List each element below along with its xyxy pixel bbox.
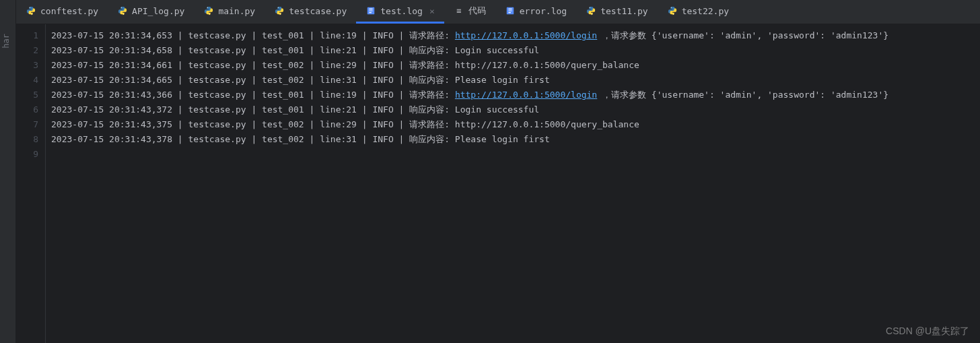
log-file-icon [365,5,376,16]
line-number[interactable]: 7 [16,117,38,132]
url-link[interactable]: http://127.0.0.1:5000/login [455,90,597,100]
log-line: 2023-07-15 20:31:43,375 | testcase.py | … [51,117,980,132]
line-number[interactable]: 5 [16,88,38,102]
python-icon [203,5,214,16]
log-line [51,147,980,162]
tab-label: testcase.py [289,6,347,16]
url-link[interactable]: http://127.0.0.1:5000/login [455,30,597,40]
svg-point-2 [121,7,122,8]
close-icon[interactable]: × [429,6,435,16]
python-icon [274,5,285,16]
tab-main-py[interactable]: main.py [194,0,265,24]
log-line: 2023-07-15 20:31:34,661 | testcase.py | … [51,58,980,73]
tab-error-log[interactable]: error.log [495,0,576,24]
tab-label: test.log [380,6,423,16]
svg-point-7 [280,13,281,14]
main-area: conftest.pyAPI_log.pymain.pytestcase.pyt… [16,0,980,343]
python-icon [26,5,36,16]
log-text: 2023-07-15 20:31:43,366 | testcase.py | … [51,90,455,100]
watermark: CSDN @U盘失踪了 [886,325,969,338]
tab-label: 代码 [468,5,486,17]
line-number[interactable]: 6 [16,102,38,117]
log-text: 2023-07-15 20:31:34,665 | testcase.py | … [51,75,550,85]
log-text: 2023-07-15 20:31:43,378 | testcase.py | … [51,134,550,144]
text-file-icon: ≡ [454,6,464,15]
log-text: 2023-07-15 20:31:43,372 | testcase.py | … [51,104,539,115]
tab-label: error.log [520,6,567,16]
log-text: 2023-07-15 20:31:34,661 | testcase.py | … [51,60,639,70]
svg-point-13 [673,13,674,14]
python-icon [667,5,678,16]
line-gutter: 123456789 [16,24,46,343]
log-line: 2023-07-15 20:31:34,658 | testcase.py | … [51,43,980,58]
editor-tabs: conftest.pyAPI_log.pymain.pytestcase.pyt… [16,0,980,24]
svg-point-11 [592,13,592,14]
tab-conftest-py[interactable]: conftest.py [16,0,108,24]
line-number[interactable]: 3 [16,58,38,73]
line-number[interactable]: 9 [16,147,38,162]
tab-testcase-py[interactable]: testcase.py [265,0,356,24]
tab-API_log-py[interactable]: API_log.py [108,0,194,24]
log-text: 2023-07-15 20:31:34,658 | testcase.py | … [51,45,539,55]
svg-point-0 [30,7,30,8]
tab-test11-py[interactable]: test11.py [576,0,657,24]
tab-label: main.py [218,6,255,16]
log-line: 2023-07-15 20:31:34,665 | testcase.py | … [51,73,980,88]
svg-point-1 [32,13,32,14]
editor: 123456789 2023-07-15 20:31:34,653 | test… [16,24,980,343]
log-line: 2023-07-15 20:31:43,372 | testcase.py | … [51,102,980,117]
log-file-icon [505,5,516,16]
sidebar-label: har [1,34,11,49]
python-icon [117,5,128,16]
log-text: ，请求参数 {'username': 'admin', 'password': … [597,30,888,40]
line-number[interactable]: 4 [16,73,38,88]
tab-label: test22.py [682,6,729,16]
python-icon [586,5,596,16]
tab-test22-py[interactable]: test22.py [658,0,738,24]
svg-point-10 [590,7,590,8]
log-text: ，请求参数 {'username': 'admin', 'password': … [597,90,888,100]
tab-代码[interactable]: ≡代码 [444,0,495,24]
editor-content[interactable]: 2023-07-15 20:31:34,653 | testcase.py | … [46,24,980,343]
svg-point-5 [210,13,211,14]
svg-point-12 [670,7,671,8]
tab-label: API_log.py [132,6,184,16]
line-number[interactable]: 8 [16,132,38,147]
svg-point-4 [207,7,208,8]
svg-point-6 [278,7,279,8]
tab-label: conftest.py [40,6,98,16]
log-text: 2023-07-15 20:31:34,653 | testcase.py | … [51,30,455,40]
line-number[interactable]: 2 [16,43,38,58]
log-line: 2023-07-15 20:31:43,378 | testcase.py | … [51,132,980,147]
project-sidebar[interactable]: har [0,0,16,343]
log-text: 2023-07-15 20:31:43,375 | testcase.py | … [51,119,639,129]
log-line: 2023-07-15 20:31:34,653 | testcase.py | … [51,28,980,43]
tab-test-log[interactable]: test.log× [356,0,444,24]
tab-label: test11.py [600,6,648,16]
svg-point-3 [123,13,124,14]
line-number[interactable]: 1 [16,28,38,43]
log-line: 2023-07-15 20:31:43,366 | testcase.py | … [51,88,980,102]
